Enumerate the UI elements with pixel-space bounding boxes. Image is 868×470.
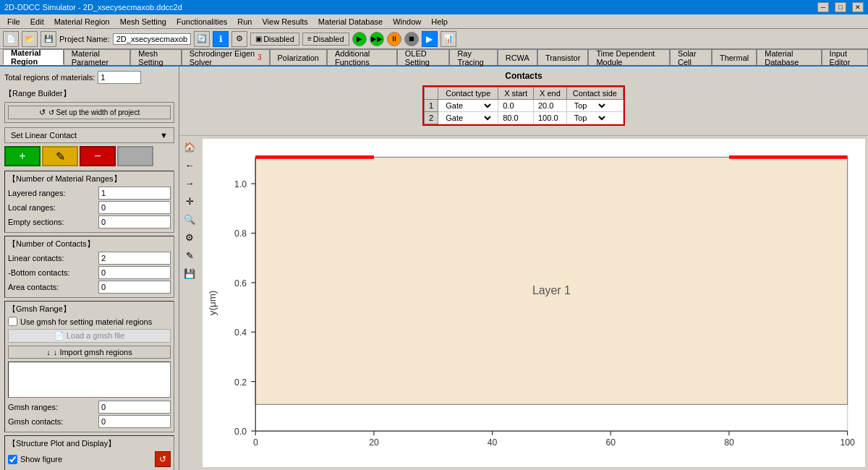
use-gmsh-row: Use gmsh for setting material regions (8, 317, 171, 326)
tab-material-region[interactable]: Material Region (3, 49, 64, 65)
menu-window[interactable]: Window (388, 16, 425, 27)
run-button[interactable]: ▶ (422, 31, 438, 47)
save-button[interactable]: 💾 (41, 31, 56, 47)
menu-functionalities[interactable]: Functionalities (172, 16, 231, 27)
tab-schrodinger[interactable]: Schrodinger Eigen Solver3 (182, 49, 270, 65)
back-tool-button[interactable]: ← (182, 157, 197, 173)
x-tick-100: 100 (840, 437, 855, 448)
chart-button[interactable]: 📊 (441, 31, 456, 47)
contact-2-side-select[interactable]: Top (571, 113, 608, 123)
total-regions-input[interactable] (98, 71, 141, 84)
tab-mesh-setting[interactable]: Mesh Setting (130, 49, 181, 65)
close-button[interactable]: ✕ (852, 2, 864, 12)
contact-1-side-select[interactable]: Top (571, 101, 608, 111)
disabled-button-2[interactable]: ≡ Disabled (302, 33, 349, 46)
local-ranges-label: Local ranges: (8, 203, 56, 212)
zoom-tool-button[interactable]: 🔍 (182, 211, 197, 227)
edit-tool-button[interactable]: ✎ (182, 247, 197, 263)
set-width-button[interactable]: ↺ ↺ Set up the width of project (8, 106, 171, 119)
contacts-area: Contacts Contact type X start X end Cont… (179, 67, 868, 136)
import-gmsh-button[interactable]: ↓ ↓ Import gmsh regions (8, 346, 171, 359)
layered-ranges-label: Layered ranges: (8, 189, 66, 197)
window-title: 2D-DDCC Simulator - 2D_xsecysecmaxob.ddc… (4, 3, 182, 12)
area-contacts-input[interactable] (98, 281, 171, 294)
set-linear-contact-dropdown[interactable]: Set Linear Contact ▼ (4, 127, 174, 143)
info-button[interactable]: ℹ (213, 31, 229, 47)
col-x-end-header: X end (534, 87, 567, 100)
configure-tool-button[interactable]: ⚙ (182, 229, 197, 245)
contact-row-2: 2 Gate 80.0 100.0 To (425, 112, 624, 124)
play-button-1[interactable]: ▶ (352, 32, 367, 46)
menu-file[interactable]: File (3, 16, 25, 27)
gmsh-section: 【Gmsh Range】 Use gmsh for setting materi… (4, 301, 174, 432)
use-gmsh-checkbox[interactable] (8, 317, 17, 326)
action-buttons: + ✎ − (4, 146, 174, 166)
refresh-plot-button[interactable]: ↺ (155, 451, 171, 467)
tab-material-parameter[interactable]: Material Parameter (64, 49, 131, 65)
contact-2-type-select[interactable]: Gate (443, 113, 493, 123)
contact-2-type[interactable]: Gate (438, 112, 498, 124)
show-figure-checkbox[interactable] (8, 455, 17, 464)
menu-view-results[interactable]: View Results (258, 16, 312, 27)
tab-transistor[interactable]: Transistor (537, 49, 589, 65)
edit-button[interactable]: ✎ (42, 146, 78, 166)
add-button[interactable]: + (4, 146, 41, 166)
tab-input-editor[interactable]: Input Editor (822, 49, 868, 65)
project-name[interactable]: 2D_xsecysecmaxob (113, 33, 191, 45)
tab-ray-tracing[interactable]: Ray Tracing (449, 49, 497, 65)
contact-1-side[interactable]: Top (566, 100, 623, 112)
new-button[interactable]: 📄 (3, 31, 19, 47)
disabled-button-1[interactable]: ▣ Disabled (250, 33, 299, 46)
tab-oled-setting[interactable]: OLED Setting (397, 49, 450, 65)
play-button-2[interactable]: ▶▶ (370, 32, 384, 46)
open-button[interactable]: 📂 (22, 31, 38, 47)
col-x-start-header: X start (498, 87, 534, 100)
stop-button[interactable]: ⏹ (404, 32, 419, 46)
tab-time-dependent[interactable]: Time Dependent Module (588, 49, 670, 65)
pause-button[interactable]: ⏸ (387, 32, 401, 46)
empty-sections-input[interactable] (98, 215, 171, 228)
tab-material-database[interactable]: Material Database (757, 49, 821, 65)
remove-button[interactable]: − (80, 146, 116, 166)
tab-solar-cell[interactable]: Solar Cell (670, 49, 712, 65)
settings-button[interactable]: ⚙ (231, 31, 247, 47)
bottom-contacts-input[interactable] (98, 266, 171, 279)
contacts-table: Contact type X start X end Contact side … (424, 87, 624, 124)
contact-1-type[interactable]: Gate (438, 100, 498, 112)
tab-rcwa[interactable]: RCWA (498, 49, 537, 65)
menu-help[interactable]: Help (427, 16, 452, 27)
save-plot-button[interactable]: 💾 (182, 265, 197, 281)
menu-mesh-setting[interactable]: Mesh Setting (116, 16, 171, 27)
area-contacts-label: Area contacts: (8, 283, 59, 291)
blank-button[interactable] (117, 146, 153, 166)
maximize-button[interactable]: □ (835, 2, 846, 12)
col-contact-side-header: Contact side (566, 87, 623, 100)
layered-ranges-input[interactable] (98, 187, 171, 200)
title-bar: 2D-DDCC Simulator - 2D_xsecysecmaxob.ddc… (0, 0, 868, 14)
forward-tool-button[interactable]: → (182, 175, 197, 191)
y-tick-06: 0.6 (234, 278, 247, 289)
local-ranges-input[interactable] (98, 201, 171, 214)
menu-material-region[interactable]: Material Region (50, 16, 114, 27)
contact-2-side[interactable]: Top (566, 112, 623, 124)
load-gmsh-button[interactable]: 📄 Load a gmsh file (8, 329, 171, 343)
gmsh-text-area[interactable] (8, 362, 171, 398)
contact-row-1: 1 Gate 0.0 20.0 Top (425, 100, 624, 112)
load-icon: 📄 (54, 331, 64, 340)
empty-sections-row: Empty sections: (8, 215, 171, 228)
menu-run[interactable]: Run (233, 16, 256, 27)
linear-contacts-input[interactable] (98, 252, 171, 265)
tab-polarization[interactable]: Polarization (270, 49, 327, 65)
contact-1-type-select[interactable]: Gate (443, 101, 493, 111)
minimize-button[interactable]: ─ (817, 2, 829, 12)
gmsh-contacts-input[interactable] (98, 415, 171, 428)
empty-sections-label: Empty sections: (8, 218, 64, 226)
menu-edit[interactable]: Edit (26, 16, 48, 27)
gmsh-ranges-input[interactable] (98, 401, 171, 414)
tab-thermal[interactable]: Thermal (712, 49, 757, 65)
refresh-button[interactable]: 🔄 (194, 31, 210, 47)
pan-tool-button[interactable]: ✛ (182, 193, 197, 209)
tab-additional-functions[interactable]: Additional Functions (327, 49, 397, 65)
menu-material-database[interactable]: Material Database (314, 16, 387, 27)
home-tool-button[interactable]: 🏠 (182, 139, 197, 155)
